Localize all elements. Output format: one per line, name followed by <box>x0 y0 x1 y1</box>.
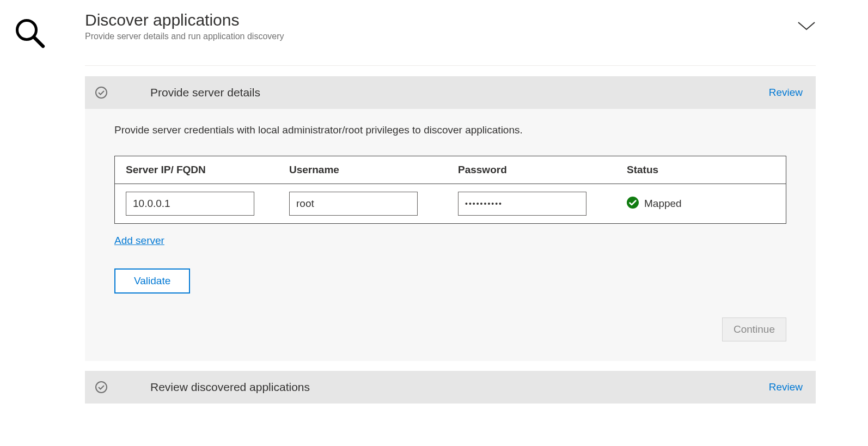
step-bar-provide-details: Provide server details Review <box>85 76 816 109</box>
divider <box>85 65 816 66</box>
page-title: Discover applications <box>85 11 284 29</box>
table-row: Mapped <box>115 184 786 223</box>
step-title: Review discovered applications <box>150 381 769 394</box>
chevron-down-icon[interactable] <box>797 21 816 34</box>
search-icon[interactable] <box>13 16 46 51</box>
validate-button[interactable]: Validate <box>114 268 190 294</box>
svg-point-4 <box>96 382 107 393</box>
col-header-username: Username <box>289 164 458 176</box>
step-title: Provide server details <box>150 86 769 99</box>
svg-point-2 <box>96 87 107 98</box>
svg-line-1 <box>34 38 43 46</box>
review-link[interactable]: Review <box>769 381 803 393</box>
panel-body: Provide server credentials with local ad… <box>85 109 816 361</box>
check-ring-icon <box>95 86 108 99</box>
col-header-ip: Server IP/ FQDN <box>126 164 289 176</box>
server-ip-input[interactable] <box>126 192 254 216</box>
svg-point-3 <box>627 197 639 209</box>
col-header-status: Status <box>627 164 775 176</box>
page-subtitle: Provide server details and run applicati… <box>85 32 284 41</box>
continue-button[interactable]: Continue <box>722 317 786 341</box>
status-label: Mapped <box>644 198 682 210</box>
server-table: Server IP/ FQDN Username Password Status <box>114 156 786 224</box>
password-input[interactable] <box>458 192 586 216</box>
step-bar-review-applications: Review discovered applications Review <box>85 371 816 404</box>
col-header-password: Password <box>458 164 627 176</box>
review-link[interactable]: Review <box>769 87 803 99</box>
table-header-row: Server IP/ FQDN Username Password Status <box>115 156 786 184</box>
username-input[interactable] <box>289 192 418 216</box>
check-ring-icon <box>95 381 108 394</box>
success-check-icon <box>627 197 639 211</box>
add-server-link[interactable]: Add server <box>114 235 164 247</box>
panel-description: Provide server credentials with local ad… <box>114 124 786 136</box>
